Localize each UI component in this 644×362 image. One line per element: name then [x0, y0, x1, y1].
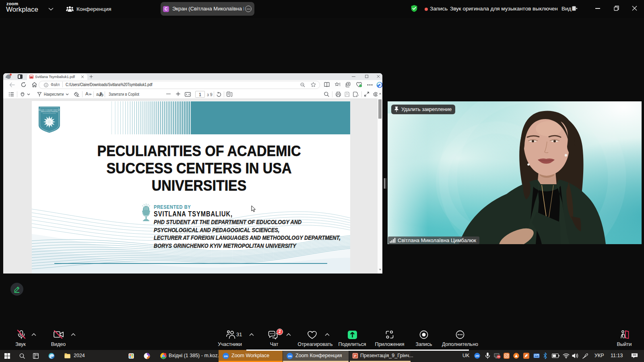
svg-text:ІМЕНІ БОРИСА ГРІНЧЕНКА: ІМЕНІ БОРИСА ГРІНЧЕНКА [41, 111, 58, 113]
svg-text:zm: zm [288, 355, 292, 358]
svg-text:zm: zm [475, 354, 479, 357]
svg-text:P: P [354, 354, 356, 358]
svg-text:zm: zm [224, 355, 228, 358]
